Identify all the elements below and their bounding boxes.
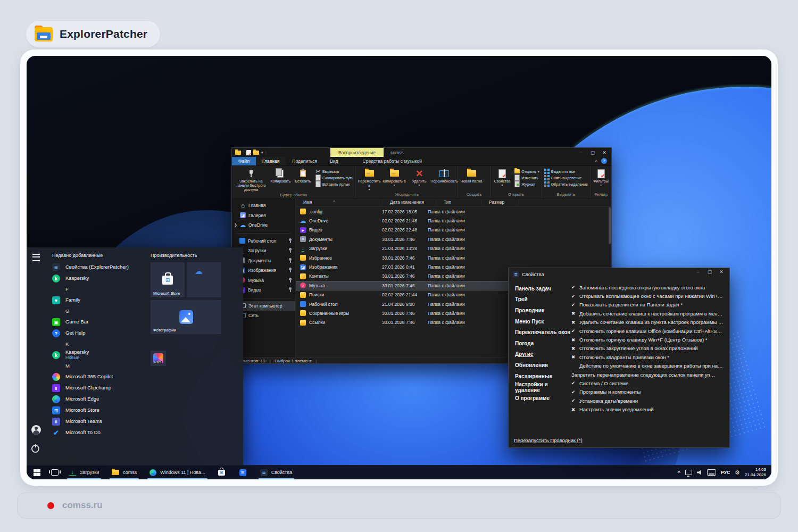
- column-name[interactable]: Имя: [296, 200, 383, 205]
- copy-to-button[interactable]: Копировать в▾: [382, 167, 406, 192]
- minimize-button[interactable]: –: [575, 150, 587, 155]
- hamburger-icon[interactable]: [32, 254, 40, 261]
- start-menu-item[interactable]: Microsoft To Do: [48, 427, 141, 438]
- setting-row[interactable]: Система / О системе: [571, 379, 729, 387]
- file-row[interactable]: Загрузки 21.04.2026 13:28 Папка с файлам…: [296, 244, 611, 253]
- power-icon[interactable]: [31, 445, 39, 453]
- properties-nav-item[interactable]: Обновления: [515, 360, 571, 371]
- select-all-button[interactable]: Выделить все: [544, 169, 588, 174]
- setting-row[interactable]: Настроить значки уведомлений: [571, 405, 729, 413]
- setting-row[interactable]: Отключить квадранты привязки окон *: [571, 353, 729, 361]
- start-tile[interactable]: [187, 262, 221, 297]
- taskbar-button[interactable]: Свойства: [254, 466, 299, 479]
- setting-row[interactable]: Запретить перенаправление следующих ссыл…: [571, 370, 729, 379]
- setting-row[interactable]: Показывать разделители на Панели задач *: [571, 301, 729, 309]
- touch-keyboard-icon[interactable]: [707, 469, 716, 476]
- properties-nav-item[interactable]: Расширенные: [515, 371, 571, 382]
- start-menu-item[interactable]: Microsoft Store: [48, 405, 141, 416]
- vertical-scrollbar[interactable]: [609, 207, 611, 244]
- taskbar-button[interactable]: Загрузки: [63, 466, 105, 479]
- taskbar-button[interactable]: [233, 466, 254, 479]
- copy-path-button[interactable]: Скопировать путь: [315, 175, 353, 180]
- setting-row[interactable]: Действие по умолчанию в окне завершения …: [571, 362, 729, 370]
- tab-view[interactable]: Вид: [323, 157, 344, 165]
- start-menu-item[interactable]: Game Bar: [48, 317, 141, 328]
- properties-nav-item[interactable]: О программе: [515, 393, 571, 404]
- language-indicator[interactable]: РУС: [721, 470, 730, 475]
- open-button[interactable]: Открыть▾: [514, 169, 539, 174]
- collapse-ribbon-icon[interactable]: ˄: [595, 159, 597, 163]
- task-view-button[interactable]: [47, 466, 63, 479]
- qat-new-folder-icon[interactable]: [253, 151, 259, 155]
- setting-row[interactable]: Удалить сочетание клавиш из пункта настр…: [571, 318, 729, 327]
- setting-row[interactable]: Запоминать последнюю открытую вкладку эт…: [571, 283, 729, 292]
- file-row[interactable]: Избранное 30.01.2026 7:46 Папка с файлам…: [296, 253, 611, 262]
- setting-row[interactable]: Открывать всплывающее окно с часами при …: [571, 292, 729, 300]
- start-tile[interactable]: Фотографии: [151, 300, 221, 334]
- start-menu-item[interactable]: Microsoft Clipchamp: [48, 383, 141, 394]
- file-row[interactable]: Видео 02.02.2026 22:48 Папка с файлами: [296, 226, 611, 235]
- maximize-button[interactable]: ▢: [587, 150, 598, 155]
- invert-selection-button[interactable]: Обратить выделение: [544, 181, 588, 187]
- properties-button[interactable]: Свойства▾: [492, 167, 513, 192]
- start-menu-item[interactable]: G: [48, 306, 141, 317]
- settings-gear-icon[interactable]: ⚙: [735, 469, 740, 476]
- start-menu-item[interactable]: Microsoft 365 Copilot: [48, 371, 141, 383]
- start-menu-item[interactable]: KasperskyНовые: [48, 350, 141, 361]
- start-menu-item[interactable]: Family: [48, 295, 141, 306]
- start-menu-item[interactable]: M: [48, 361, 141, 371]
- start-menu-item[interactable]: Свойства (ExplorerPatcher): [48, 262, 141, 273]
- properties-nav-item[interactable]: Погода: [515, 338, 571, 349]
- sidebar-item[interactable]: ❯ Главная: [232, 201, 295, 211]
- volume-icon[interactable]: [697, 470, 702, 475]
- taskbar-button[interactable]: [212, 466, 233, 479]
- start-tile[interactable]: Microsoft Store: [151, 262, 185, 297]
- new-folder-button[interactable]: Новая папка: [459, 167, 484, 192]
- column-size[interactable]: Размер: [481, 200, 519, 205]
- qat-customize-caret-icon[interactable]: ▾: [261, 151, 263, 155]
- copy-button[interactable]: Копировать: [270, 167, 292, 192]
- network-icon[interactable]: [685, 470, 692, 475]
- clock[interactable]: 14:03 21.04.2026: [745, 467, 766, 478]
- pin-to-quick-access-button[interactable]: Закрепить на панели быстрого доступа: [233, 167, 269, 192]
- properties-nav-item[interactable]: Настройки и удаление: [515, 381, 571, 393]
- properties-nav-item[interactable]: Меню Пуск: [515, 316, 571, 327]
- start-menu-item[interactable]: K: [48, 339, 141, 350]
- sidebar-item[interactable]: ❯ Галерея: [232, 211, 295, 221]
- restart-explorer-link[interactable]: Перезапустить Проводник (*): [514, 437, 583, 443]
- tab-file[interactable]: Файл: [232, 157, 256, 165]
- tray-overflow-icon[interactable]: ^: [678, 470, 680, 475]
- filters-button[interactable]: Фильтры▾: [592, 167, 610, 192]
- properties-nav-item[interactable]: Трей: [515, 294, 571, 305]
- help-icon[interactable]: ?: [601, 158, 607, 164]
- start-menu-item[interactable]: Kaspersky: [48, 273, 141, 284]
- paste-shortcut-button[interactable]: Вставить ярлык: [315, 181, 353, 187]
- setting-row[interactable]: Отключить горячую клавишу Win+F (Центр О…: [571, 335, 729, 344]
- taskbar-button[interactable]: comss: [105, 466, 143, 479]
- start-button[interactable]: [27, 466, 47, 479]
- start-menu-item[interactable]: Microsoft Edge: [48, 394, 141, 405]
- properties-nav-item[interactable]: Панель задач: [515, 283, 571, 294]
- close-button[interactable]: ✕: [598, 150, 610, 155]
- history-button[interactable]: Журнал: [514, 181, 539, 187]
- setting-row[interactable]: Программы и компоненты: [571, 388, 729, 396]
- move-to-button[interactable]: Переместить в▾: [357, 167, 381, 192]
- setting-row[interactable]: Добавить сочетание клавиш к настройкам п…: [571, 309, 729, 318]
- delete-button[interactable]: ✕ Удалить▾: [407, 167, 431, 192]
- column-date-modified[interactable]: Дата изменения: [383, 200, 436, 205]
- tab-music-tools[interactable]: Средства работы с музыкой: [356, 157, 428, 165]
- tab-home[interactable]: Главная: [256, 157, 286, 165]
- start-menu-item[interactable]: Microsoft Teams: [48, 416, 141, 427]
- file-row[interactable]: Документы 30.01.2026 7:46 Папка с файлам…: [296, 235, 611, 244]
- user-avatar[interactable]: [31, 425, 41, 435]
- paste-button[interactable]: Вставить: [292, 167, 314, 192]
- cut-button[interactable]: ✂Вырезать: [315, 169, 353, 174]
- file-row[interactable]: OneDrive 02.02.2026 21:46 Папка с файлам…: [296, 216, 611, 225]
- rename-button[interactable]: Переименовать: [432, 167, 456, 192]
- start-tile[interactable]: [151, 351, 166, 366]
- properties-nav-item[interactable]: Проводник: [515, 305, 571, 316]
- minimize-button[interactable]: –: [692, 269, 704, 275]
- tab-share[interactable]: Поделиться: [286, 157, 323, 165]
- properties-nav-item[interactable]: Переключатель окон: [515, 327, 571, 338]
- qat-properties-icon[interactable]: [246, 150, 251, 155]
